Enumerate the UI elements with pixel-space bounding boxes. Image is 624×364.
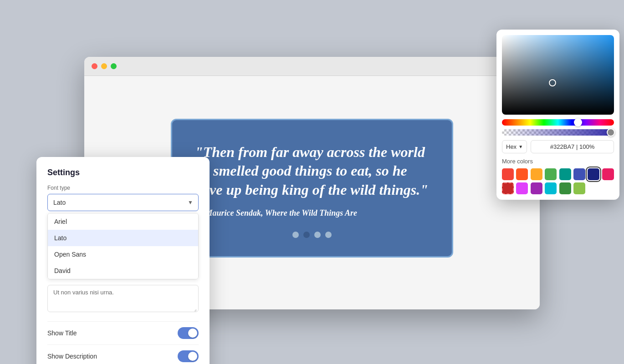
swatch-purple[interactable] [531,182,542,194]
resize-handle-icon: ⌟ [194,306,197,312]
alpha-slider[interactable] [502,129,614,136]
swatch-green[interactable] [545,168,557,180]
font-type-dropdown[interactable]: Lato ▼ [47,194,199,211]
color-format-select[interactable]: Hex ▼ [502,140,527,153]
description-textarea[interactable]: Ut non varius nisi urna. [47,285,199,312]
color-format-arrow: ▼ [518,144,523,149]
swatch-orange[interactable] [531,168,542,180]
quote-text: "Then from far away across the world he … [195,143,429,200]
swatch-magenta[interactable] [516,182,528,194]
swatch-red[interactable] [502,168,514,180]
font-dropdown-list: Ariel Lato Open Sans David [47,213,199,279]
color-hex-input[interactable]: #322BA7 | 100% [531,140,614,153]
show-title-label: Show Title [47,329,77,337]
quote-slide: "Then from far away across the world he … [171,119,453,258]
color-gradient[interactable] [502,35,614,115]
swatch-pink[interactable] [602,168,614,180]
dot-2[interactable] [303,232,310,238]
swatch-orange-red[interactable] [516,168,528,180]
traffic-light-green[interactable] [111,63,117,69]
settings-panel: Settings Font type Lato ▼ Ariel Lato Ope… [36,157,210,364]
description-textarea-wrapper: Ut non varius nisi urna. ⌟ [47,285,199,314]
font-option-lato[interactable]: Lato [48,230,198,246]
show-description-row: Show Description [47,344,199,364]
hue-slider[interactable] [502,119,614,126]
show-title-row: Show Title [47,321,199,344]
swatch-dark-blue[interactable] [588,168,599,180]
more-colors-label: More colors [502,158,614,165]
show-title-toggle[interactable] [178,327,199,339]
hue-thumb[interactable] [574,118,582,126]
font-type-selected[interactable]: Lato [47,194,199,211]
color-picker-panel: Hex ▼ #322BA7 | 100% More colors [496,30,619,200]
color-cursor[interactable] [549,79,556,86]
font-option-david[interactable]: David [48,263,198,279]
color-format-label: Hex [506,143,517,150]
alpha-thumb[interactable] [607,128,615,136]
slide-dots [195,232,429,238]
font-option-opensans[interactable]: Open Sans [48,246,198,263]
swatch-dark-green[interactable] [559,182,571,194]
font-type-label: Font type [47,185,199,191]
dot-1[interactable] [292,232,299,238]
traffic-light-red[interactable] [92,63,97,69]
show-description-toggle[interactable] [178,350,199,362]
font-option-ariel[interactable]: Ariel [48,213,198,230]
quote-author: ― Maurice Sendak, Where the Wild Things … [195,208,429,218]
color-swatches [502,168,614,194]
show-description-label: Show Description [47,353,97,360]
settings-panel-title: Settings [47,168,199,177]
swatch-dark-red[interactable] [502,182,514,194]
swatch-lime[interactable] [573,182,585,194]
swatch-teal[interactable] [559,168,571,180]
traffic-light-yellow[interactable] [101,63,107,69]
dot-4[interactable] [325,232,332,238]
swatch-cyan[interactable] [545,182,557,194]
browser-titlebar [84,57,540,76]
swatch-blue[interactable] [573,168,585,180]
dot-3[interactable] [314,232,321,238]
color-inputs-row: Hex ▼ #322BA7 | 100% [502,140,614,153]
